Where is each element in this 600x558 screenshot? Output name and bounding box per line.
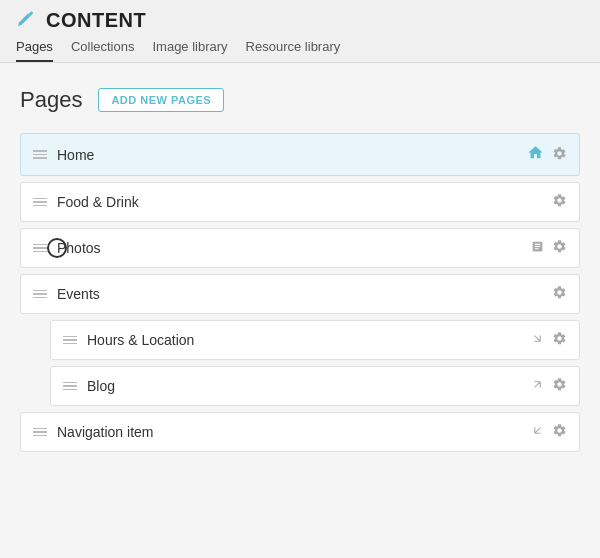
app-title: CONTENT [46, 9, 146, 32]
home-icon [527, 144, 544, 165]
gear-icon-home[interactable] [552, 146, 567, 164]
external-link-icon-photos [531, 240, 544, 256]
gear-icon-photos[interactable] [552, 239, 567, 257]
page-actions-food-drink [552, 193, 567, 211]
external-link-icon-blog [531, 378, 544, 394]
page-actions-hours-location [531, 331, 567, 349]
drag-handle-navigation-item[interactable] [33, 428, 47, 437]
external-link-icon-hours [531, 332, 544, 348]
top-nav: Pages Collections Image library Resource… [16, 39, 584, 62]
page-label-navigation-item: Navigation item [57, 424, 531, 440]
page-actions-home [527, 144, 567, 165]
page-item-events: Events [20, 274, 580, 314]
page-item-blog: Blog [50, 366, 580, 406]
external-link-icon-nav [531, 424, 544, 440]
add-new-pages-button[interactable]: ADD NEW PAGES [98, 88, 224, 112]
nav-resource-library[interactable]: Resource library [246, 39, 341, 62]
page-label-food-drink: Food & Drink [57, 194, 552, 210]
page-actions-blog [531, 377, 567, 395]
page-item-food-drink: Food & Drink [20, 182, 580, 222]
gear-icon-events[interactable] [552, 285, 567, 303]
nav-collections[interactable]: Collections [71, 39, 135, 62]
page-item-navigation-item: Navigation item [20, 412, 580, 452]
gear-icon-blog[interactable] [552, 377, 567, 395]
page-actions-navigation-item [531, 423, 567, 441]
page-item-hours-location: Hours & Location [50, 320, 580, 360]
nav-image-library[interactable]: Image library [152, 39, 227, 62]
drag-handle-hours-location[interactable] [63, 336, 77, 345]
gear-icon-navigation-item[interactable] [552, 423, 567, 441]
top-bar: CONTENT Pages Collections Image library … [0, 0, 600, 63]
page-header: Pages ADD NEW PAGES [20, 87, 580, 113]
page-label-hours-location: Hours & Location [87, 332, 531, 348]
page-label-home: Home [57, 147, 527, 163]
page-item-photos: Photos [20, 228, 580, 268]
gear-icon-hours-location[interactable] [552, 331, 567, 349]
page-list: Home Food & Drink [20, 133, 580, 452]
drag-handle-events[interactable] [33, 290, 47, 299]
drag-handle-photos[interactable] [33, 244, 47, 253]
page-item-home: Home [20, 133, 580, 176]
page-label-photos: Photos [57, 240, 531, 256]
pencil-icon [16, 8, 36, 33]
nav-pages[interactable]: Pages [16, 39, 53, 62]
gear-icon-food-drink[interactable] [552, 193, 567, 211]
page-actions-photos [531, 239, 567, 257]
main-content: Pages ADD NEW PAGES Home [0, 63, 600, 558]
page-actions-events [552, 285, 567, 303]
page-title: Pages [20, 87, 82, 113]
drag-handle-blog[interactable] [63, 382, 77, 391]
page-label-events: Events [57, 286, 552, 302]
app-title-row: CONTENT [16, 8, 584, 33]
drag-handle-food-drink[interactable] [33, 198, 47, 207]
page-label-blog: Blog [87, 378, 531, 394]
drag-handle-home[interactable] [33, 150, 47, 159]
